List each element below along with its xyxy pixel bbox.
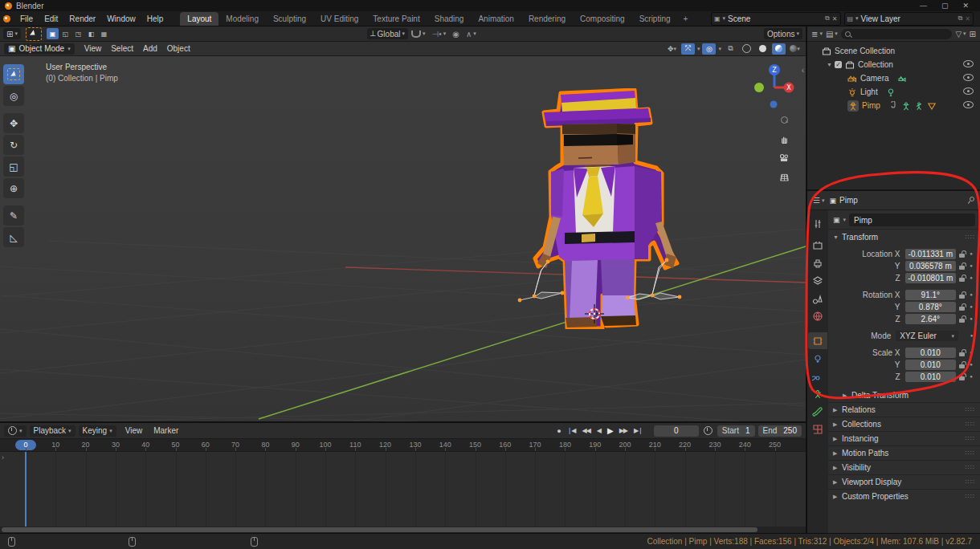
disclosure-icon[interactable]: ▼ <box>827 62 835 67</box>
proportional-edit-toggle[interactable]: ◉ <box>449 28 463 39</box>
timeline-editor-type-dropdown[interactable]: ▾ <box>4 425 27 437</box>
rotation-mode-dropdown[interactable]: XYZ Euler▾ <box>896 331 958 341</box>
select-mode-intersect[interactable]: ▦ <box>98 28 110 39</box>
unlink-scene-icon[interactable]: ✕ <box>832 15 838 22</box>
outliner-filter-dropdown[interactable]: ▽▾ <box>955 30 966 39</box>
properties-tab-object-data[interactable] <box>808 385 827 402</box>
outliner-row-scene-collection[interactable]: Scene Collection <box>807 44 980 58</box>
current-frame-field[interactable]: 0 <box>654 425 699 437</box>
snap-dropdown[interactable]: ▾ <box>408 28 429 39</box>
hide-in-viewport-toggle[interactable] <box>963 101 974 110</box>
viewport-menu-object[interactable]: Object <box>162 43 195 55</box>
unlock-icon[interactable] <box>958 361 966 368</box>
outliner-item-label[interactable]: Collection <box>858 60 893 69</box>
workspace-tab-layout[interactable]: Layout <box>180 12 218 26</box>
viewport-menu-add[interactable]: Add <box>138 43 162 55</box>
pin-icon[interactable] <box>967 197 974 204</box>
blender-menu-icon[interactable] <box>3 15 10 22</box>
properties-tab-physics[interactable] <box>808 368 827 384</box>
camera-view-button[interactable] <box>777 151 791 165</box>
select-mode-extend[interactable]: ◱ <box>59 28 71 39</box>
properties-tab-render[interactable] <box>808 237 827 254</box>
timeline-panel-toggle[interactable]: › <box>2 453 4 462</box>
value-field[interactable]: -0.011331 m <box>905 249 957 259</box>
playhead[interactable] <box>25 452 27 527</box>
value-field[interactable]: 0.036578 m <box>905 261 957 271</box>
animate-dot[interactable]: ● <box>967 275 975 280</box>
section-instancing[interactable]: ▶Instancing∷∷ <box>828 431 980 445</box>
select-mode-subtract[interactable]: ◳ <box>72 28 84 39</box>
scene-selector[interactable]: ▣ ▾ Scene ⧉ ✕ <box>711 12 841 26</box>
menu-help[interactable]: Help <box>141 13 169 25</box>
scrollbar-thumb[interactable] <box>2 527 757 532</box>
value-field[interactable]: 91.1° <box>905 290 957 300</box>
properties-tab-world[interactable] <box>808 307 827 324</box>
end-frame-field[interactable]: End 250 <box>758 425 802 437</box>
animate-dot[interactable]: ● <box>967 374 975 379</box>
tool-measure[interactable]: ◺ <box>3 227 24 247</box>
outliner-row-camera[interactable]: Camera <box>807 71 980 85</box>
new-view-layer-icon[interactable]: ⧉ <box>958 14 963 22</box>
drag-handle-icon[interactable]: ∷∷ <box>966 493 975 500</box>
object-name-field[interactable]: Pimp <box>849 214 975 226</box>
animate-dot[interactable]: ● <box>967 350 975 355</box>
drag-handle-icon[interactable]: ∷∷ <box>966 449 975 457</box>
outliner-search-input[interactable] <box>841 29 953 39</box>
add-workspace-button[interactable]: + <box>678 14 694 23</box>
properties-tab-bone[interactable] <box>808 403 827 420</box>
show-gizmo-dropdown[interactable]: ✥▾ <box>665 43 679 55</box>
select-mode-invert[interactable]: ◧ <box>85 28 97 39</box>
outliner-filter-id-dropdown[interactable]: ▤▾ <box>826 30 838 39</box>
workspace-tab-modeling[interactable]: Modeling <box>218 12 266 26</box>
workspace-tab-compositing[interactable]: Compositing <box>573 12 632 26</box>
outliner-item-label[interactable]: Scene Collection <box>835 47 895 55</box>
properties-tab-scene[interactable] <box>808 290 827 307</box>
shading-rendered-button[interactable]: ▾ <box>788 43 802 55</box>
shading-solid-button[interactable] <box>756 43 770 55</box>
properties-tab-constraints[interactable] <box>808 350 827 367</box>
hide-in-viewport-toggle[interactable] <box>963 60 974 69</box>
snap-target-dropdown[interactable]: ⊣•▾ <box>429 28 450 39</box>
animate-dot[interactable]: ● <box>967 292 975 297</box>
character-pimp[interactable] <box>514 88 699 329</box>
tool-rotate[interactable]: ↻ <box>3 135 24 155</box>
close-button[interactable]: ✕ <box>962 2 969 10</box>
drag-handle-icon[interactable]: ∷∷ <box>966 478 975 486</box>
menu-edit[interactable]: Edit <box>39 13 63 25</box>
outliner-row-collection[interactable]: ▼✓Collection <box>807 58 980 71</box>
active-tool-indicator[interactable] <box>26 27 42 41</box>
unlock-icon[interactable] <box>958 262 966 270</box>
properties-editor-type-dropdown[interactable]: ☰▾ <box>813 196 824 205</box>
value-field[interactable]: 2.64° <box>905 314 957 324</box>
unlock-icon[interactable] <box>958 274 966 282</box>
shading-wireframe-button[interactable] <box>740 43 753 55</box>
unlock-icon[interactable] <box>958 291 966 299</box>
outliner-item-label[interactable]: Camera <box>860 74 889 83</box>
jump-end-button[interactable]: ▶❘ <box>632 427 644 434</box>
section-relations[interactable]: ▶Relations∷∷ <box>828 402 980 417</box>
options-dropdown[interactable]: Options▾ <box>764 28 802 39</box>
properties-tab-object[interactable] <box>808 332 827 349</box>
navigation-gizmo[interactable]: Z X <box>753 61 794 111</box>
viewport-menu-view[interactable]: View <box>80 43 107 55</box>
unlock-icon[interactable] <box>958 250 966 258</box>
value-field[interactable]: -0.010801 m <box>905 273 957 283</box>
tool-transform[interactable]: ⊕ <box>3 178 24 198</box>
viewport-3d[interactable]: User Perspective (0) Collection | Pimp ◎… <box>0 56 806 421</box>
overlays-toggle[interactable]: ◎ <box>702 43 716 55</box>
value-field[interactable]: 0.010 <box>905 372 957 382</box>
drag-handle-icon[interactable]: ∷∷ <box>966 435 975 442</box>
animate-dot[interactable]: ● <box>967 316 975 321</box>
workspace-tab-animation[interactable]: Animation <box>471 12 521 26</box>
drag-handle-icon[interactable]: ∷∷ <box>966 406 975 413</box>
animate-dot[interactable]: ● <box>967 251 975 256</box>
play-reverse-button[interactable]: ◀ <box>595 427 602 434</box>
falloff-dropdown[interactable]: ∧▾ <box>463 28 480 39</box>
value-field[interactable]: 0.010 <box>905 360 957 370</box>
animate-dot[interactable]: ● <box>967 263 975 268</box>
timeline-ruler[interactable]: 0 10203040506070809010011012013014015016… <box>0 439 806 452</box>
outliner-row-pimp[interactable]: Pimp <box>807 99 980 112</box>
view-menu[interactable]: View <box>120 426 149 435</box>
transform-panel-header[interactable]: ▼ Transform ∷∷ <box>828 229 980 244</box>
unlock-icon[interactable] <box>958 349 966 356</box>
